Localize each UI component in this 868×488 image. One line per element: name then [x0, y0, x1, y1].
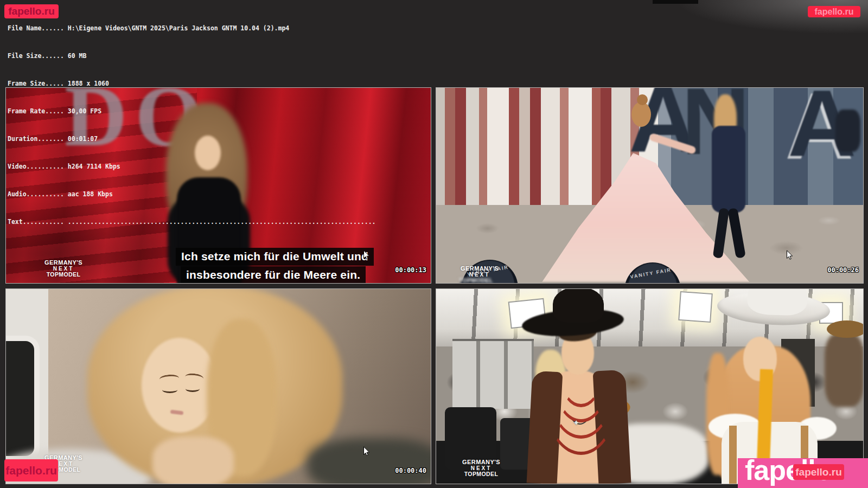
- file-metadata: File Name...... H:\Eigene Videos\GNTM 20…: [8, 5, 376, 245]
- meta-label: Video..........: [8, 163, 64, 170]
- cursor-icon: [786, 250, 793, 261]
- meta-label: Text...........: [8, 218, 64, 226]
- meta-label: Duration.......: [8, 135, 64, 143]
- meta-value: 60 MB: [68, 52, 87, 60]
- meta-value: H:\Eigene Videos\GNTM 2025\Paris Jackson…: [68, 24, 290, 32]
- medallion-text: VANITY FAIR: [630, 266, 679, 279]
- star-pendant: ✦: [573, 418, 580, 428]
- closed-eye: [162, 387, 177, 393]
- gntm-logo-line1: GERMANY'S: [459, 266, 500, 272]
- closed-eye: [186, 386, 200, 392]
- meta-label: Audio..........: [8, 190, 64, 198]
- timestamp-frame-1: 00:00:13: [395, 266, 426, 274]
- fapello-watermark-badge: fapello.ru: [4, 459, 58, 481]
- meta-value: aac 188 Kbps: [68, 190, 113, 198]
- background-figure: [825, 333, 864, 407]
- subtitle-line-1: Ich setze mich für die Umwelt und: [176, 248, 374, 266]
- video-frame-2: A N A VANITY FAIR VANITY FAIR GERMANY'S …: [436, 87, 864, 284]
- gntm-logo: GERMANY'S NEXT TOPMODEL: [459, 266, 500, 284]
- shadow: [307, 438, 431, 484]
- meta-label: File Size......: [8, 52, 64, 60]
- white-cowboy-hat-crown: [747, 288, 808, 316]
- model-face: [142, 338, 218, 433]
- contact-sheet: File Name...... H:\Eigene Videos\GNTM 20…: [0, 0, 868, 488]
- meta-value: 00:01:07: [68, 135, 98, 143]
- timestamp-frame-3: 00:00:40: [395, 467, 426, 474]
- window-edge-bar: [653, 0, 698, 4]
- fapello-watermark-badge: fapello.ru: [808, 6, 860, 17]
- meta-label: Frame Size.....: [8, 80, 64, 87]
- fapello-watermark-badge: fapello.ru: [4, 4, 59, 18]
- meta-value: ........................................…: [68, 218, 376, 226]
- trailer-window: [6, 336, 40, 461]
- cursor-icon: [363, 250, 370, 261]
- background-guest: [835, 110, 860, 152]
- black-cowboy-hat-crown: [553, 288, 604, 323]
- gntm-logo-line3: TOPMODEL: [459, 278, 484, 284]
- gntm-logo-line1: GERMANY'S: [43, 260, 84, 266]
- meta-label: Frame Rate.....: [8, 107, 64, 115]
- meta-duration: Duration....... 00:01:07: [8, 134, 376, 144]
- meta-frame-size: Frame Size..... 1888 x 1060: [8, 79, 376, 88]
- video-frame-3: GERMANY'S NEXT TOPMODEL 00:00:40: [5, 288, 431, 484]
- meta-value: 30,00 FPS: [68, 107, 101, 115]
- meta-label: File Name......: [8, 24, 64, 32]
- makeup-mirrors: [452, 339, 534, 409]
- gntm-logo-line3: TOPMODEL: [43, 272, 84, 278]
- meta-video: Video.......... h264 7114 Kbps: [8, 162, 376, 171]
- meta-value: 1888 x 1060: [68, 80, 109, 87]
- tan-vest-strap: [729, 426, 737, 484]
- gntm-logo-line3: TOPMODEL: [461, 471, 502, 477]
- fapello-watermark-badge: fapello.ru: [793, 464, 844, 480]
- gntm-logo: GERMANY'S NEXT TOPMODEL: [43, 260, 84, 278]
- gntm-logo-line1: GERMANY'S: [461, 459, 502, 466]
- model-head: [631, 102, 651, 127]
- subtitle-line-2: insbesondere für die Meere ein.: [181, 266, 366, 284]
- guest-navy-coat: [712, 126, 745, 213]
- meta-text: Text........... ........................…: [8, 217, 376, 227]
- model-hair-bun: [637, 94, 648, 105]
- gntm-logo: GERMANY'S NEXT TOPMODEL: [461, 459, 502, 477]
- meta-file-name: File Name...... H:\Eigene Videos\GNTM 20…: [8, 24, 376, 33]
- background-cowboy-hat: [827, 320, 864, 338]
- meta-value: h264 7114 Kbps: [68, 163, 120, 170]
- studio-light: [678, 291, 713, 323]
- timestamp-frame-2: 00:00:26: [827, 266, 859, 274]
- cursor-icon: [363, 446, 370, 457]
- meta-audio: Audio.......... aac 188 Kbps: [8, 190, 376, 199]
- meta-file-size: File Size...... 60 MB: [8, 52, 376, 61]
- meta-frame-rate: Frame Rate..... 30,00 FPS: [8, 107, 376, 116]
- shoulder: [152, 436, 234, 484]
